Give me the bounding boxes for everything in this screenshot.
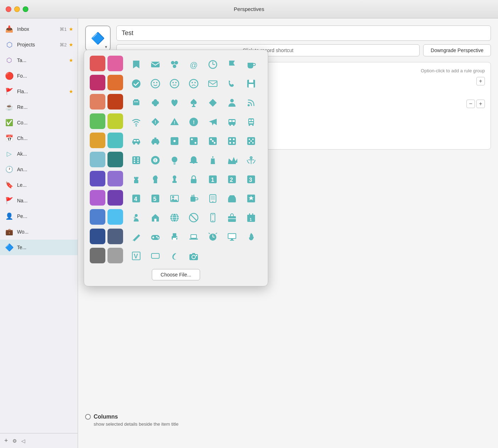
icon-cell-car[interactable] [127,132,145,150]
perspective-name-input[interactable] [116,26,491,41]
color-swatch-13[interactable] [107,171,123,186]
icon-cell-neutral[interactable] [166,75,183,93]
icon-cell-chess-king[interactable] [204,151,222,169]
icon-cell-save[interactable] [242,75,260,93]
icon-cell-envelope[interactable] [146,56,164,73]
icon-cell-mail-closed[interactable] [204,75,222,93]
color-swatch-4[interactable] [90,94,105,110]
icon-cell-chess-knight[interactable] [146,170,164,188]
sidebar-item-narnia[interactable]: 🚩 Na... [0,193,78,208]
icon-cell-dice-5[interactable] [242,132,260,150]
icon-cell-number-4[interactable]: 4 [127,190,145,207]
sidebar-item-akrasia[interactable]: ▷ Ak... [0,146,78,162]
icon-cell-sad[interactable] [185,75,203,93]
icon-cell-bus[interactable] [223,113,241,131]
icon-cell-number-5[interactable]: 5 [146,190,164,207]
close-button[interactable] [6,6,11,12]
icon-cell-number-3[interactable]: 3 [242,170,260,188]
icon-cell-bookmark[interactable] [127,56,145,73]
icon-cell-tray[interactable] [223,190,241,207]
icon-cell-blocked[interactable] [185,209,203,226]
icon-cell-person[interactable] [223,94,241,112]
color-swatch-5[interactable] [107,94,123,110]
icon-cell-number-1[interactable]: 1 [204,170,222,188]
icon-cell-gamepad[interactable] [146,228,164,246]
icon-cell-pencil[interactable] [127,228,145,246]
color-swatch-6[interactable] [90,113,105,129]
icon-cell-checkmark[interactable] [127,75,145,93]
icon-cell-dice-2[interactable] [185,132,203,150]
icon-cell-lock[interactable] [185,170,203,188]
color-swatch-15[interactable] [107,190,123,206]
icon-cell-bulb[interactable] [166,151,183,169]
color-swatch-16[interactable] [90,209,105,225]
icon-cell-wifi[interactable] [127,113,145,131]
sidebar-item-work[interactable]: 💼 Wo... [0,224,78,240]
sidebar-item-later[interactable]: 🔖 Le... [0,177,78,193]
add-omni-rule-button[interactable]: + [476,100,485,108]
icon-cell-telephone[interactable] [127,94,145,112]
icon-cell-smile[interactable] [146,75,164,93]
color-swatch-2[interactable] [90,75,105,90]
icon-cell-rss[interactable] [242,94,260,112]
settings-button[interactable]: ⚙ [12,438,17,444]
icon-cell-house-grid[interactable] [146,209,164,226]
sidebar-item-tags[interactable]: ⬡ Ta... ★ [0,52,78,68]
icon-cell-phone-mobile[interactable] [204,209,222,226]
sidebar-item-anytime[interactable]: 🕐 An... [0,162,78,177]
icon-cell-at[interactable]: @ [185,56,203,73]
add-condition-button[interactable]: + [476,77,485,85]
icon-cell-rectangle[interactable] [146,247,164,265]
sidebar-item-forecast[interactable]: 🔴 Fo... [0,68,78,84]
color-swatch-19[interactable] [107,229,123,244]
panel-toggle-button[interactable]: ◁ [21,438,25,444]
icon-cell-clock[interactable] [204,56,222,73]
icon-cell-briefcase[interactable] [223,209,241,226]
sidebar-item-changed[interactable]: 📅 Ch... [0,130,78,146]
sidebar-item-flagged[interactable]: 🚩 Fla... ★ [0,84,78,99]
sidebar-item-test[interactable]: 🔷 Te... [0,240,78,255]
icon-cell-circles[interactable] [166,56,183,73]
icon-picker-trigger[interactable]: 🔷 ▼ [85,26,111,51]
icon-cell-moon[interactable] [166,247,183,265]
color-swatch-11[interactable] [107,152,123,167]
icon-cell-cross-anchor[interactable] [242,151,260,169]
icon-cell-mug[interactable] [185,190,203,207]
icon-cell-flag[interactable] [223,56,241,73]
columns-radio-button[interactable] [85,414,91,420]
icon-cell-coffee[interactable] [242,56,260,73]
sidebar-item-inbox[interactable]: 📥 Inbox ⌘1 ★ [0,21,78,37]
icon-cell-letter-v[interactable]: V [127,247,145,265]
icon-cell-dice-3[interactable] [204,132,222,150]
icon-cell-gamepad-person[interactable] [127,209,145,226]
icon-cell-dice-6[interactable] [127,151,145,169]
icon-cell-warning-circle[interactable]: ! [185,113,203,131]
icon-cell-dice-1[interactable] [166,132,183,150]
color-swatch-0[interactable] [90,56,105,71]
color-swatch-17[interactable] [107,209,123,225]
icon-cell-clover[interactable] [146,94,164,112]
icon-cell-warning-diamond[interactable]: ! [146,113,164,131]
color-swatch-7[interactable] [107,113,123,129]
icon-cell-globe[interactable] [166,209,183,226]
sidebar-item-projects[interactable]: ⬡ Projects ⌘2 ★ [0,37,78,52]
icon-cell-plane[interactable] [204,113,222,131]
icon-cell-starred-box[interactable] [242,190,260,207]
color-swatch-1[interactable] [107,56,123,71]
icon-cell-chess-pawn[interactable] [166,170,183,188]
downgrade-perspective-button[interactable]: Downgrade Perspective [423,44,491,56]
icon-cell-warning-triangle[interactable]: ! [166,113,183,131]
icon-cell-flame[interactable] [242,228,260,246]
icon-cell-laptop[interactable] [185,228,203,246]
icon-cell-8ball[interactable]: 8 [146,151,164,169]
sidebar-item-review[interactable]: ☕ Re... [0,99,78,115]
icon-cell-train[interactable] [242,113,260,131]
icon-cell-photo[interactable] [166,190,183,207]
color-swatch-21[interactable] [107,248,123,263]
icon-cell-chess-rook[interactable] [127,170,145,188]
icon-cell-calendar[interactable]: 1 [242,209,260,226]
color-swatch-12[interactable] [90,171,105,186]
sidebar-item-completed[interactable]: ✅ Co... [0,115,78,130]
add-perspective-button[interactable]: + [4,437,8,444]
choose-file-button[interactable]: Choose File... [152,269,200,280]
